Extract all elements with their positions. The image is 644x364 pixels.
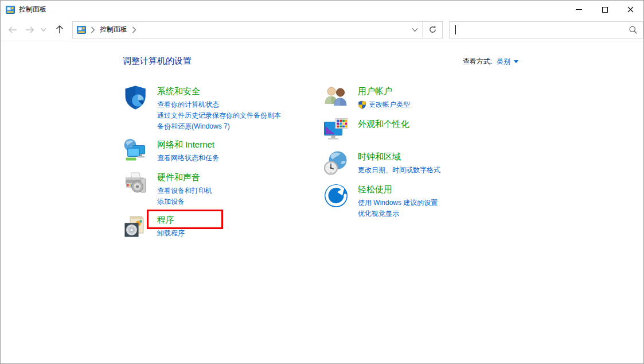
category-title-link[interactable]: 时钟和区域	[358, 151, 401, 162]
forward-arrow-icon	[25, 25, 35, 34]
category-title-link[interactable]: 网络和 Internet	[157, 139, 214, 150]
category-block: 网络和 Internet 查看网络状态和任务	[123, 138, 323, 165]
category-title-link[interactable]: 用户帐户	[358, 86, 392, 97]
task-link[interactable]: 通过文件历史记录保存你的文件备份副本	[157, 110, 281, 121]
caret-down-icon	[514, 60, 518, 63]
chevron-right-icon[interactable]	[91, 26, 95, 33]
window-title: 控制面板	[19, 5, 46, 14]
printer-sound-icon[interactable]	[123, 171, 148, 196]
category-columns: 系统和安全 查看你的计算机状态通过文件历史记录保存你的文件备份副本备份和还原(W…	[123, 85, 518, 246]
task-link[interactable]: 更改帐户类型	[358, 99, 410, 110]
security-shield-icon[interactable]	[123, 85, 148, 110]
task-link[interactable]: 卸载程序	[157, 228, 185, 239]
right-column: 用户帐户 更改帐户类型 外观和个性化 时钟和区域 更改日期、时间或数字格式 轻松…	[323, 85, 518, 246]
task-link[interactable]: 查看网络状态和任务	[157, 153, 219, 164]
control-panel-icon	[77, 25, 86, 34]
chevron-down-icon	[41, 28, 46, 32]
search-input[interactable]	[456, 26, 629, 34]
titlebar: 控制面板	[1, 1, 643, 18]
uac-shield-icon	[358, 100, 366, 109]
minimize-icon	[576, 9, 582, 10]
chevron-down-icon	[412, 28, 418, 32]
address-bar[interactable]: 控制面板	[72, 21, 443, 38]
refresh-icon	[428, 25, 437, 34]
category-title-link[interactable]: 硬件和声音	[157, 172, 200, 183]
view-by-control: 查看方式: 类别	[463, 57, 518, 67]
minimize-button[interactable]	[566, 1, 592, 18]
address-dropdown-button[interactable]	[407, 22, 422, 38]
task-link[interactable]: 备份和还原(Windows 7)	[157, 121, 281, 132]
navigation-bar: 控制面板	[1, 18, 643, 41]
refresh-button[interactable]	[423, 22, 442, 38]
category-block: 用户帐户 更改帐户类型	[323, 85, 518, 111]
task-link[interactable]: 更改日期、时间或数字格式	[358, 165, 440, 176]
chevron-right-icon[interactable]	[132, 26, 136, 33]
up-button[interactable]	[51, 22, 68, 38]
category-title-link[interactable]: 外观和个性化	[358, 118, 409, 130]
appearance-monitor-palette-icon[interactable]	[323, 118, 349, 143]
view-by-label: 查看方式:	[463, 57, 492, 67]
content-header: 调整计算机的设置 查看方式: 类别	[123, 55, 518, 67]
close-icon	[627, 6, 634, 13]
main-content: 调整计算机的设置 查看方式: 类别 系统和安全 查看你的计算机状态通过文件历史记…	[123, 55, 518, 246]
task-link[interactable]: 查看设备和打印机	[157, 185, 212, 196]
task-link[interactable]: 使用 Windows 建议的设置	[358, 198, 438, 208]
maximize-icon	[602, 7, 608, 13]
task-link[interactable]: 优化视觉显示	[358, 208, 438, 219]
up-arrow-icon	[55, 25, 64, 34]
category-block: 轻松使用 使用 Windows 建议的设置优化视觉显示	[323, 183, 518, 219]
category-title-link[interactable]: 轻松使用	[358, 184, 392, 195]
programs-cd-box-icon[interactable]	[123, 214, 148, 239]
page-title: 调整计算机的设置	[123, 55, 192, 67]
close-button[interactable]	[618, 1, 643, 18]
task-link[interactable]: 查看你的计算机状态	[157, 99, 281, 110]
category-block: 时钟和区域 更改日期、时间或数字格式	[323, 150, 518, 177]
category-block: 外观和个性化	[323, 118, 518, 144]
maximize-button[interactable]	[592, 1, 618, 18]
category-title-link[interactable]: 程序	[157, 214, 174, 226]
control-panel-window: 控制面板 控制面板	[0, 0, 644, 364]
view-by-value: 类别	[497, 57, 510, 67]
left-column: 系统和安全 查看你的计算机状态通过文件历史记录保存你的文件备份副本备份和还原(W…	[123, 85, 323, 246]
view-by-dropdown[interactable]: 类别	[497, 57, 518, 67]
search-box[interactable]	[449, 21, 643, 38]
network-globe-monitors-icon[interactable]	[123, 138, 148, 164]
back-button[interactable]	[4, 22, 21, 38]
recent-pages-button[interactable]	[38, 22, 49, 38]
ease-of-access-icon[interactable]	[323, 183, 349, 208]
category-block: 程序 卸载程序	[123, 214, 323, 240]
category-title-link[interactable]: 系统和安全	[157, 86, 200, 97]
breadcrumb-location[interactable]: 控制面板	[100, 25, 127, 34]
search-icon[interactable]	[629, 25, 638, 34]
back-arrow-icon	[7, 25, 18, 34]
category-block: 硬件和声音 查看设备和打印机添加设备	[123, 171, 323, 207]
task-link[interactable]: 添加设备	[157, 196, 212, 207]
user-accounts-people-icon[interactable]	[323, 85, 349, 110]
clock-globe-icon[interactable]	[323, 150, 349, 176]
category-block: 系统和安全 查看你的计算机状态通过文件历史记录保存你的文件备份副本备份和还原(W…	[123, 85, 323, 132]
forward-button[interactable]	[21, 22, 38, 38]
control-panel-icon	[6, 5, 15, 14]
breadcrumb: 控制面板	[73, 22, 407, 38]
